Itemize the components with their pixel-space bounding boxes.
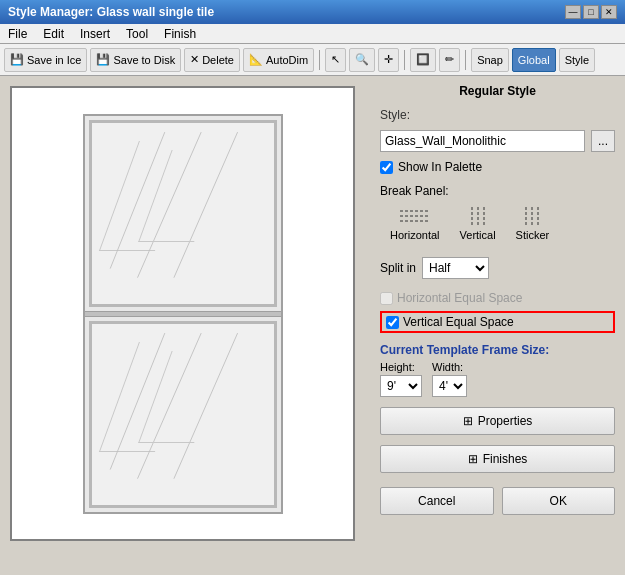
menu-bar: File Edit Insert Tool Finish [0,24,625,44]
snap-label: Snap [477,54,503,66]
ok-button[interactable]: OK [502,487,616,515]
menu-insert[interactable]: Insert [76,26,114,42]
edit-icon: ✏ [445,53,454,66]
break-panel-label: Break Panel: [380,184,615,198]
height-label: Height: [380,361,422,373]
properties-button[interactable]: ⊞ Properties [380,407,615,435]
finishes-button[interactable]: ⊞ Finishes [380,445,615,473]
save-to-disk-button[interactable]: 💾 Save to Disk [90,48,181,72]
height-field-group: Height: 8' 9' 10' [380,361,422,397]
delete-button[interactable]: ✕ Delete [184,48,240,72]
vertical-break-icon [463,206,493,226]
cancel-ok-row: Cancel OK [380,487,615,515]
toolbar-separator-2 [404,50,405,70]
sticker-lines-icon [520,207,544,225]
show-in-palette-row: Show In Palette [380,160,615,174]
break-panel-icons: Horizontal Vertical [380,202,615,245]
canvas-area [0,76,370,575]
save-in-ice-button[interactable]: 💾 Save in Ice [4,48,87,72]
svg-line-2 [173,132,237,278]
glass-panel-bottom [89,321,277,508]
svg-line-4 [137,333,201,479]
autodim-icon: 📐 [249,53,263,66]
toolbar-separator-1 [319,50,320,70]
menu-finish[interactable]: Finish [160,26,200,42]
sticker-label: Sticker [516,229,550,241]
glass-reflection-lines-top [92,123,274,296]
vertical-label: Vertical [460,229,496,241]
menu-file[interactable]: File [4,26,31,42]
save-disk-icon: 💾 [96,53,110,66]
frame-size-title: Current Template Frame Size: [380,343,615,357]
style-field-label: Style: [380,108,410,122]
style-input[interactable] [380,130,585,152]
menu-edit[interactable]: Edit [39,26,68,42]
vertical-equal-space-row: Vertical Equal Space [380,311,615,333]
width-field-group: Width: 3' 4' 5' [432,361,467,397]
global-button[interactable]: Global [512,48,556,72]
toolbar-separator-3 [465,50,466,70]
style-ellipsis-button[interactable]: ... [591,130,615,152]
minimize-button[interactable]: — [565,5,581,19]
style-field-row: Style: [380,108,615,122]
title-bar: Style Manager: Glass wall single tile — … [0,0,625,24]
object-tool[interactable]: 🔲 [410,48,436,72]
toolbar: 💾 Save in Ice 💾 Save to Disk ✕ Delete 📐 … [0,44,625,76]
split-select[interactable]: Half Third Quarter [422,257,489,279]
window-controls[interactable]: — □ ✕ [565,5,617,19]
vertical-lines-icon [466,207,490,225]
break-vertical-button[interactable]: Vertical [460,206,496,241]
show-in-palette-checkbox[interactable] [380,161,393,174]
style-input-row: ... [380,130,615,152]
edit-tool[interactable]: ✏ [439,48,460,72]
right-panel: Regular Style Style: ... Show In Palette… [370,76,625,575]
svg-line-5 [173,333,237,479]
main-content: Regular Style Style: ... Show In Palette… [0,76,625,575]
vertical-equal-space-label: Vertical Equal Space [403,315,514,329]
zoom-icon: 🔍 [355,53,369,66]
maximize-button[interactable]: □ [583,5,599,19]
zoom-tool[interactable]: 🔍 [349,48,375,72]
horizontal-lines-icon [400,207,430,225]
window-title: Style Manager: Glass wall single tile [8,5,214,19]
properties-icon: ⊞ [463,414,473,428]
close-button[interactable]: ✕ [601,5,617,19]
pan-tool[interactable]: ✛ [378,48,399,72]
cursor-icon: ↖ [331,53,340,66]
glass-wall-preview [83,114,283,514]
width-label: Width: [432,361,467,373]
split-row: Split in Half Third Quarter [380,257,615,279]
regular-style-title: Regular Style [380,84,615,98]
break-horizontal-button[interactable]: Horizontal [390,206,440,241]
horizontal-equal-space-checkbox [380,292,393,305]
object-icon: 🔲 [416,53,430,66]
save-ice-icon: 💾 [10,53,24,66]
finishes-icon: ⊞ [468,452,478,466]
menu-tool[interactable]: Tool [122,26,152,42]
pan-icon: ✛ [384,53,393,66]
glass-reflection-lines-bottom [92,324,274,497]
height-select-wrap: 8' 9' 10' [380,375,422,397]
style-label: Style [565,54,589,66]
cancel-button[interactable]: Cancel [380,487,494,515]
break-sticker-button[interactable]: Sticker [516,206,550,241]
width-select-wrap: 3' 4' 5' [432,375,467,397]
horizontal-equal-space-label: Horizontal Equal Space [397,291,522,305]
break-panel-section: Break Panel: Horizontal [380,184,615,245]
height-select[interactable]: 8' 9' 10' [380,375,422,397]
delete-icon: ✕ [190,53,199,66]
autodim-button[interactable]: 📐 AutoDim [243,48,314,72]
canvas-inner [10,86,355,541]
horizontal-break-icon [400,206,430,226]
frame-size-section: Current Template Frame Size: Height: 8' … [380,343,615,401]
width-select[interactable]: 3' 4' 5' [432,375,467,397]
global-label: Global [518,54,550,66]
style-button[interactable]: Style [559,48,595,72]
snap-button[interactable]: Snap [471,48,509,72]
vertical-equal-space-checkbox[interactable] [386,316,399,329]
svg-line-1 [137,132,201,278]
frame-size-row: Height: 8' 9' 10' Width: 3' 4' [380,361,615,397]
glass-panel-divider [85,311,281,317]
sticker-break-icon [517,206,547,226]
cursor-tool[interactable]: ↖ [325,48,346,72]
